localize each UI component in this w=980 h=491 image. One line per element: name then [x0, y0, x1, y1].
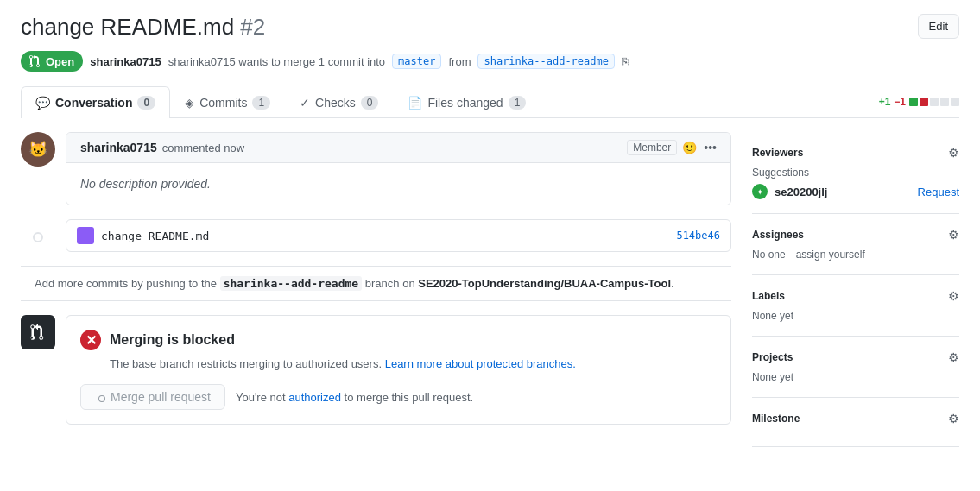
sidebar: Reviewers ⚙ Suggestions ✦ se20200jlj Req…: [752, 132, 959, 447]
comment-container: 🐱 sharinka0715 commented now Member 🙂 ••…: [21, 132, 731, 205]
sidebar-projects: Projects ⚙ None yet: [752, 337, 959, 398]
comment-actions: 🙂 •••: [682, 141, 717, 154]
suggestions-label: Suggestions: [752, 167, 959, 179]
pr-author: sharinka0715: [90, 55, 161, 68]
sidebar-assignees: Assignees ⚙ No one—assign yourself: [752, 214, 959, 275]
commit-row: change README.md 514be46: [66, 219, 731, 252]
reviewer-avatar: ✦: [752, 184, 768, 199]
projects-header: Projects ⚙: [752, 350, 959, 364]
tabs-bar: 💬 Conversation 0 ◈ Commits 1 ✓ Checks 0 …: [21, 85, 959, 118]
pr-status-row: Open sharinka0715 sharinka0715 wants to …: [21, 51, 959, 72]
merge-blocked-title: Merging is blocked: [110, 332, 235, 348]
merge-section: ✕ Merging is blocked The base branch res…: [21, 315, 731, 425]
push-notice-branch: sharinka--add-readme: [220, 276, 363, 291]
sidebar-labels: Labels ⚙ None yet: [752, 275, 959, 337]
labels-gear-icon[interactable]: ⚙: [948, 289, 959, 303]
comment-author[interactable]: sharinka0715: [80, 141, 157, 154]
sidebar-reviewers: Reviewers ⚙ Suggestions ✦ se20200jlj Req…: [752, 132, 959, 214]
commits-tab-icon: ◈: [185, 96, 194, 110]
reviewer-user: ✦ se20200jlj Request: [752, 184, 959, 199]
reviewer-name[interactable]: se20200jlj: [775, 186, 827, 198]
diff-bar: [909, 98, 959, 106]
projects-gear-icon[interactable]: ⚙: [948, 350, 959, 364]
reviewers-title: Reviewers: [752, 147, 803, 159]
merge-blocked-header: ✕ Merging is blocked: [80, 330, 717, 350]
assignees-empty[interactable]: No one—assign yourself: [752, 249, 959, 261]
open-badge: Open: [21, 51, 83, 72]
commit-message[interactable]: change README.md: [101, 230, 669, 242]
merge-box: ✕ Merging is blocked The base branch res…: [66, 315, 731, 425]
main-content: 🐱 sharinka0715 commented now Member 🙂 ••…: [21, 132, 731, 447]
authorized-link[interactable]: authorized: [288, 391, 341, 404]
files-tab-icon: 📄: [408, 96, 422, 110]
comment-role: Member: [627, 140, 677, 155]
tab-files-changed[interactable]: 📄 Files changed 1: [393, 86, 541, 118]
merge-button-icon: [95, 392, 105, 402]
commits-count: 1: [252, 96, 270, 110]
tab-checks[interactable]: ✓ Checks 0: [285, 86, 393, 118]
merge-not-auth: You're not authorized to merge this pull…: [236, 391, 473, 404]
diff-stats: +1 −1: [879, 85, 959, 117]
commit-sha[interactable]: 514be46: [676, 230, 720, 242]
merge-icon-box: [21, 315, 55, 349]
git-pull-request-icon: [29, 54, 41, 68]
from-label: from: [448, 55, 471, 68]
diff-seg-gray-3: [951, 98, 959, 106]
diff-seg-gray-1: [930, 98, 939, 106]
projects-title: Projects: [752, 351, 793, 363]
labels-empty: None yet: [752, 310, 959, 322]
merge-pull-request-button[interactable]: Merge pull request: [80, 384, 225, 410]
labels-title: Labels: [752, 290, 785, 302]
push-notice: Add more commits by pushing to the shari…: [21, 266, 731, 301]
emoji-reaction-icon[interactable]: 🙂: [682, 141, 697, 154]
diff-seg-green-1: [909, 98, 918, 106]
pr-title: change README.md #2: [21, 14, 265, 41]
reviewers-header: Reviewers ⚙: [752, 146, 959, 160]
edit-button[interactable]: Edit: [918, 14, 959, 39]
diff-seg-gray-2: [940, 98, 949, 106]
comment-body: No description provided.: [66, 163, 730, 205]
author-avatar: 🐱: [21, 132, 55, 167]
milestone-header: Milestone ⚙: [752, 412, 959, 425]
target-branch[interactable]: master: [392, 54, 441, 69]
checks-count: 0: [361, 96, 379, 110]
comment-time: commented now: [162, 142, 244, 154]
request-link[interactable]: Request: [918, 186, 959, 198]
copy-icon[interactable]: ⎘: [622, 55, 629, 68]
more-options-icon[interactable]: •••: [704, 141, 717, 154]
diff-seg-red-1: [920, 98, 928, 106]
commit-author-avatar: [77, 227, 94, 244]
tab-conversation[interactable]: 💬 Conversation 0: [21, 86, 170, 118]
source-branch[interactable]: sharinka--add-readme: [477, 54, 615, 69]
sidebar-milestone: Milestone ⚙: [752, 398, 959, 447]
blocked-icon: ✕: [80, 330, 101, 350]
milestone-title: Milestone: [752, 412, 800, 425]
conversation-count: 0: [137, 96, 155, 110]
learn-more-link[interactable]: Learn more about protected branches.: [385, 357, 576, 370]
merge-blocked-desc: The base branch restricts merging to aut…: [80, 357, 717, 370]
assignees-gear-icon[interactable]: ⚙: [948, 228, 959, 242]
tab-commits[interactable]: ◈ Commits 1: [170, 86, 285, 118]
assignees-title: Assignees: [752, 229, 804, 241]
comment-header: sharinka0715 commented now Member 🙂 •••: [66, 133, 730, 163]
projects-empty: None yet: [752, 371, 959, 383]
diff-removals: −1: [894, 96, 906, 108]
files-count: 1: [509, 96, 527, 110]
labels-header: Labels ⚙: [752, 289, 959, 303]
merge-icon: [29, 324, 47, 341]
diff-additions: +1: [879, 96, 891, 108]
checks-tab-icon: ✓: [300, 96, 310, 110]
conversation-tab-icon: 💬: [35, 96, 50, 110]
pr-description: sharinka0715 wants to merge 1 commit int…: [168, 55, 385, 68]
merge-button-row: Merge pull request You're not authorized…: [80, 384, 717, 410]
commit-row-container: change README.md 514be46: [21, 219, 731, 252]
comment-box: sharinka0715 commented now Member 🙂 ••• …: [66, 132, 731, 205]
commit-timeline-dot: [21, 229, 55, 242]
assignees-header: Assignees ⚙: [752, 228, 959, 242]
reviewers-gear-icon[interactable]: ⚙: [948, 146, 959, 160]
milestone-gear-icon[interactable]: ⚙: [948, 412, 959, 425]
repo-link[interactable]: SE2020-TopUnderstanding/BUAA-Campus-Tool: [418, 277, 671, 290]
